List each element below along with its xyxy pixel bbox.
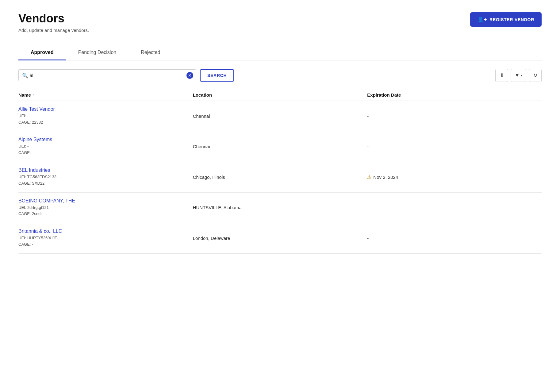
search-clear-button[interactable]: ✕ (186, 72, 193, 79)
vendor-location: Chennai (193, 144, 367, 149)
vendor-expiry: - (367, 205, 542, 210)
vendor-meta: UEI: TG563EDS2133CAGE: SXD22 (18, 174, 193, 187)
table-header: Name ↑ Location Expiration Date (18, 89, 542, 101)
vendor-name-cell: Alpine Systems UEI: -CAGE: - (18, 137, 193, 156)
register-vendor-label: REGISTER VENDOR (489, 17, 534, 22)
sort-icon-name: ↑ (33, 92, 35, 97)
page-container: Vendors Add, update and manage vendors. … (0, 0, 560, 392)
search-input-wrapper: 🔍 ✕ (18, 69, 196, 81)
vendor-location: Chennai (193, 113, 367, 119)
vendor-name-link[interactable]: Britannia & co., LLC (18, 229, 62, 234)
vendor-name-cell: BEL Industries UEI: TG563EDS2133CAGE: SX… (18, 167, 193, 187)
toolbar-actions: ⬇ ▼ ▾ ↻ (495, 69, 542, 82)
vendor-name-link[interactable]: Allie Test Vendor (18, 106, 55, 112)
table-row: BOEING COMPANY, THE UEI: 2drfrgtgt121CAG… (18, 193, 542, 223)
vendor-expiry: - (367, 113, 542, 119)
page-subtitle: Add, update and manage vendors. (18, 28, 89, 33)
vendor-meta: UEI: -CAGE: - (18, 143, 193, 156)
column-expiration-label: Expiration Date (367, 92, 401, 98)
tab-rejected[interactable]: Rejected (128, 45, 172, 60)
vendor-name-link[interactable]: BOEING COMPANY, THE (18, 198, 75, 203)
download-icon: ⬇ (500, 72, 504, 78)
column-header-expiration: Expiration Date (367, 92, 542, 98)
expiry-dash: - (367, 205, 369, 210)
table-row: Alpine Systems UEI: -CAGE: - Chennai - (18, 131, 542, 162)
expiry-dash: - (367, 236, 369, 241)
vendor-name-cell: Britannia & co., LLC UEI: UHRTY5269UJTCA… (18, 229, 193, 248)
vendor-meta: UEI: -CAGE: 22332 (18, 113, 193, 126)
vendor-expiry: - (367, 144, 542, 149)
expiry-date: Nov 2, 2024 (373, 175, 398, 180)
page-header: Vendors Add, update and manage vendors. … (18, 12, 542, 33)
vendor-meta: UEI: UHRTY5269UJTCAGE: - (18, 235, 193, 248)
search-toolbar: 🔍 ✕ SEARCH ⬇ ▼ ▾ ↻ (18, 69, 542, 82)
search-button[interactable]: SEARCH (200, 69, 234, 82)
tabs: Approved Pending Decision Rejected (18, 45, 542, 60)
vendor-name-link[interactable]: BEL Industries (18, 167, 50, 173)
vendor-meta: UEI: 2drfrgtgt121CAGE: 2sedr (18, 205, 193, 217)
filter-icon: ▼ (515, 73, 520, 78)
column-header-location: Location (193, 92, 367, 98)
tabs-container: Approved Pending Decision Rejected (18, 45, 542, 60)
filter-chevron-icon: ▾ (521, 74, 522, 77)
filter-button[interactable]: ▼ ▾ (511, 69, 526, 82)
tab-pending-decision[interactable]: Pending Decision (66, 45, 129, 60)
column-location-label: Location (193, 92, 212, 98)
vendor-location: Chicago, Illinois (193, 175, 367, 180)
tab-approved[interactable]: Approved (18, 45, 66, 60)
table-row: BEL Industries UEI: TG563EDS2133CAGE: SX… (18, 162, 542, 193)
vendor-expiry: - (367, 236, 542, 241)
vendor-name-link[interactable]: Alpine Systems (18, 137, 52, 142)
download-button[interactable]: ⬇ (495, 69, 508, 82)
vendor-location: HUNTSVILLE, Alabama (193, 205, 367, 210)
expiry-dash: - (367, 144, 369, 149)
search-input[interactable] (18, 69, 196, 81)
page-header-left: Vendors Add, update and manage vendors. (18, 12, 89, 33)
column-name-label: Name (18, 92, 31, 98)
vendor-name-cell: Allie Test Vendor UEI: -CAGE: 22332 (18, 106, 193, 126)
table-row: Britannia & co., LLC UEI: UHRTY5269UJTCA… (18, 223, 542, 254)
table-row: Allie Test Vendor UEI: -CAGE: 22332 Chen… (18, 101, 542, 132)
refresh-icon: ↻ (533, 72, 537, 78)
vendors-table: Name ↑ Location Expiration Date Allie Te… (18, 89, 542, 254)
register-vendor-button[interactable]: 👤+ REGISTER VENDOR (470, 12, 542, 27)
column-header-name: Name ↑ (18, 92, 193, 98)
search-icon: 🔍 (22, 72, 28, 78)
vendor-location: London, Delaware (193, 236, 367, 241)
vendor-expiry: ⚠ Nov 2, 2024 (367, 174, 542, 180)
register-vendor-icon: 👤+ (478, 17, 487, 22)
expiry-dash: - (367, 113, 369, 119)
page-title: Vendors (18, 12, 89, 25)
refresh-button[interactable]: ↻ (529, 69, 542, 82)
warning-icon: ⚠ (367, 174, 371, 180)
vendor-name-cell: BOEING COMPANY, THE UEI: 2drfrgtgt121CAG… (18, 198, 193, 217)
